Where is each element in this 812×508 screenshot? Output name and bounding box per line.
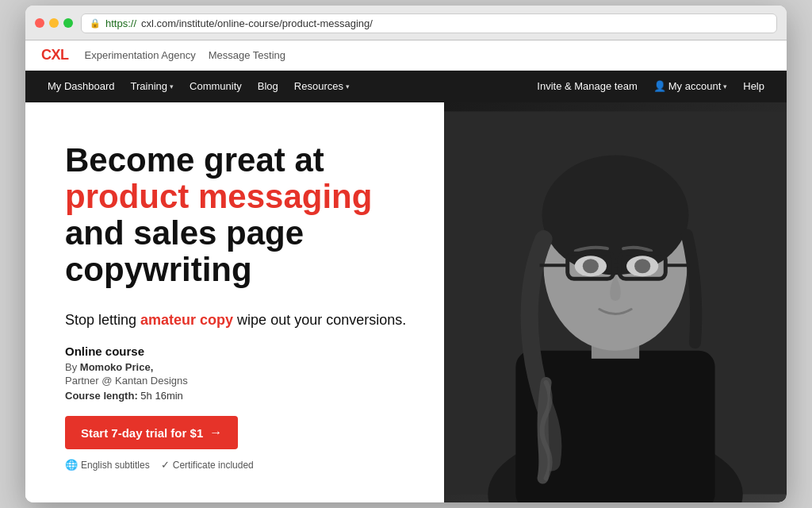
traffic-lights <box>35 18 73 28</box>
browser-window: 🔒 https:// cxl.com/institute/online-cour… <box>25 6 787 503</box>
resources-chevron-icon: ▾ <box>346 83 350 90</box>
person-icon: 👤 <box>653 80 666 92</box>
cta-button[interactable]: Start 7-day trial for $1 → <box>65 416 238 449</box>
close-button[interactable] <box>35 18 44 28</box>
cxl-logo[interactable]: CXL <box>41 47 69 64</box>
hero-subtitle: Stop letting amateur copy wipe out your … <box>65 310 412 330</box>
subtitles-label: English subtitles <box>81 460 150 471</box>
url-protocol: https:// <box>105 17 136 29</box>
course-partner: Partner @ Kantan Designs <box>65 375 412 387</box>
nav-my-dashboard[interactable]: My Dashboard <box>41 71 121 102</box>
svg-point-13 <box>583 259 599 273</box>
nav-help[interactable]: Help <box>737 71 771 102</box>
author-name: Momoko Price, <box>80 361 153 373</box>
address-bar[interactable]: 🔒 https:// cxl.com/institute/online-cour… <box>81 13 777 33</box>
hero-title: Become great at product messaging and sa… <box>65 142 412 289</box>
nav-right: Invite & Manage team 👤 My account ▾ Help <box>530 71 771 102</box>
subtitles-badge: 🌐 English subtitles <box>65 459 150 471</box>
message-testing-link[interactable]: Message Testing <box>209 49 285 61</box>
top-bar-links: Experimentation Agency Message Testing <box>85 49 286 61</box>
svg-point-14 <box>634 259 650 273</box>
nav-community[interactable]: Community <box>183 71 248 102</box>
course-length-value: 5h 16min <box>140 390 182 402</box>
experimentation-agency-link[interactable]: Experimentation Agency <box>85 49 196 61</box>
instructor-portrait <box>444 102 787 503</box>
nav-blog[interactable]: Blog <box>251 71 285 102</box>
top-bar: CXL Experimentation Agency Message Testi… <box>25 40 787 71</box>
hero-section: Become great at product messaging and sa… <box>25 102 787 503</box>
course-label: Online course <box>65 344 412 358</box>
footer-badges: 🌐 English subtitles ✓ Certificate includ… <box>65 459 412 471</box>
globe-icon: 🌐 <box>65 459 78 471</box>
course-author: By Momoko Price, <box>65 361 412 373</box>
nav-invite-manage-team[interactable]: Invite & Manage team <box>530 71 643 102</box>
minimize-button[interactable] <box>49 18 59 28</box>
nav-resources[interactable]: Resources ▾ <box>288 71 356 102</box>
nav-my-account[interactable]: 👤 My account ▾ <box>647 71 733 102</box>
url-rest: cxl.com/institute/online-course/product-… <box>141 17 373 29</box>
certificate-badge: ✓ Certificate included <box>161 459 254 471</box>
hero-content: Become great at product messaging and sa… <box>25 102 444 503</box>
lock-icon: 🔒 <box>90 18 101 29</box>
account-chevron-icon: ▾ <box>723 83 727 90</box>
nav-left: My Dashboard Training ▾ Community Blog R… <box>41 71 530 102</box>
hero-subtitle-highlight: amateur copy <box>140 312 233 328</box>
course-length: Course length: 5h 16min <box>65 390 412 402</box>
browser-chrome: 🔒 https:// cxl.com/institute/online-cour… <box>25 6 787 40</box>
hero-title-highlight: product messaging <box>65 178 372 215</box>
nav-training[interactable]: Training ▾ <box>124 71 180 102</box>
maximize-button[interactable] <box>63 18 73 28</box>
cta-arrow-icon: → <box>209 425 222 440</box>
website-content: CXL Experimentation Agency Message Testi… <box>25 40 787 503</box>
nav-bar: My Dashboard Training ▾ Community Blog R… <box>25 71 787 102</box>
training-chevron-icon: ▾ <box>170 83 174 90</box>
certificate-label: Certificate included <box>173 460 254 471</box>
check-icon: ✓ <box>161 459 170 471</box>
hero-image <box>444 102 787 503</box>
